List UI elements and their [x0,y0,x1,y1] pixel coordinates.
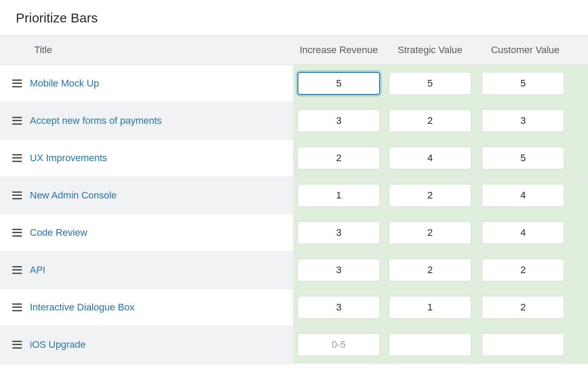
drag-handle-icon[interactable] [12,341,22,349]
score-cell [384,177,476,214]
score-cell [384,288,476,326]
score-cell [384,326,476,363]
score-cell [293,177,384,214]
table-row: Code Review [0,214,588,251]
score-input[interactable] [298,333,380,356]
column-header-title: Title [0,36,293,65]
drag-handle-icon[interactable] [12,154,22,162]
score-cell [293,139,384,177]
score-input[interactable] [482,296,564,319]
score-input[interactable] [389,259,471,281]
table-row: Mobile Mock Up [0,65,588,102]
score-input[interactable] [482,259,564,281]
title-cell: API [0,251,293,288]
table-body: Mobile Mock UpAccept new forms of paymen… [0,65,588,363]
drag-handle-icon[interactable] [12,191,22,199]
score-cell [293,251,384,288]
score-input[interactable] [298,184,380,207]
score-cell [384,102,476,139]
table-row: Accept new forms of payments [0,102,588,139]
drag-handle-icon[interactable] [12,229,22,237]
column-header-strategic-value: Strategic Value [384,36,476,65]
score-input[interactable] [298,259,380,281]
score-cell [476,177,588,214]
score-input[interactable] [482,72,564,95]
title-cell: iOS Upgrade [0,326,293,363]
score-input[interactable] [298,296,380,319]
score-cell [476,102,588,139]
table-row: UX Improvements [0,139,588,177]
score-cell [384,251,476,288]
score-input[interactable] [298,147,380,169]
score-input[interactable] [389,296,471,319]
score-cell [384,139,476,177]
title-cell: Accept new forms of payments [0,102,293,139]
item-title-link[interactable]: Code Review [30,227,87,238]
drag-handle-icon[interactable] [12,303,22,311]
score-cell [293,326,384,363]
title-cell: Interactive Dialogue Box [0,288,293,326]
score-cell [476,326,588,363]
score-input[interactable] [482,184,564,207]
table-row: iOS Upgrade [0,326,588,363]
score-cell [476,65,588,102]
item-title-link[interactable]: Interactive Dialogue Box [30,302,134,313]
score-input[interactable] [482,109,564,132]
score-cell [384,214,476,251]
score-input[interactable] [389,147,471,169]
score-cell [476,251,588,288]
column-header-customer-value: Customer Value [476,36,588,65]
score-input[interactable] [482,333,564,356]
table-row: API [0,251,588,288]
score-cell [476,139,588,177]
title-cell: Mobile Mock Up [0,65,293,102]
item-title-link[interactable]: iOS Upgrade [30,339,86,350]
score-input[interactable] [389,221,471,244]
score-input[interactable] [298,221,380,244]
title-cell: New Admin Console [0,177,293,214]
score-input[interactable] [298,72,380,95]
score-cell [384,65,476,102]
score-cell [293,102,384,139]
drag-handle-icon[interactable] [12,117,22,125]
item-title-link[interactable]: UX Improvements [30,152,107,164]
score-cell [293,214,384,251]
score-input[interactable] [389,72,471,95]
title-cell: Code Review [0,214,293,251]
score-cell [476,288,588,326]
score-input[interactable] [389,184,471,207]
score-input[interactable] [389,333,471,356]
title-cell: UX Improvements [0,139,293,177]
drag-handle-icon[interactable] [12,79,22,87]
table-row: Interactive Dialogue Box [0,288,588,326]
table-row: New Admin Console [0,177,588,214]
item-title-link[interactable]: Accept new forms of payments [30,115,162,126]
score-cell [476,214,588,251]
score-input[interactable] [482,221,564,244]
column-header-increase-revenue: Increase Revenue [293,36,384,65]
prioritize-table: Title Increase Revenue Strategic Value C… [0,35,588,364]
item-title-link[interactable]: New Admin Console [30,190,117,201]
score-input[interactable] [298,109,380,132]
item-title-link[interactable]: Mobile Mock Up [30,78,99,89]
page-title: Prioritize Bars [0,0,588,35]
score-cell [293,288,384,326]
score-input[interactable] [389,109,471,132]
item-title-link[interactable]: API [30,264,45,276]
table-header: Title Increase Revenue Strategic Value C… [0,36,588,65]
drag-handle-icon[interactable] [12,266,22,274]
score-input[interactable] [482,147,564,169]
score-cell [293,65,384,102]
